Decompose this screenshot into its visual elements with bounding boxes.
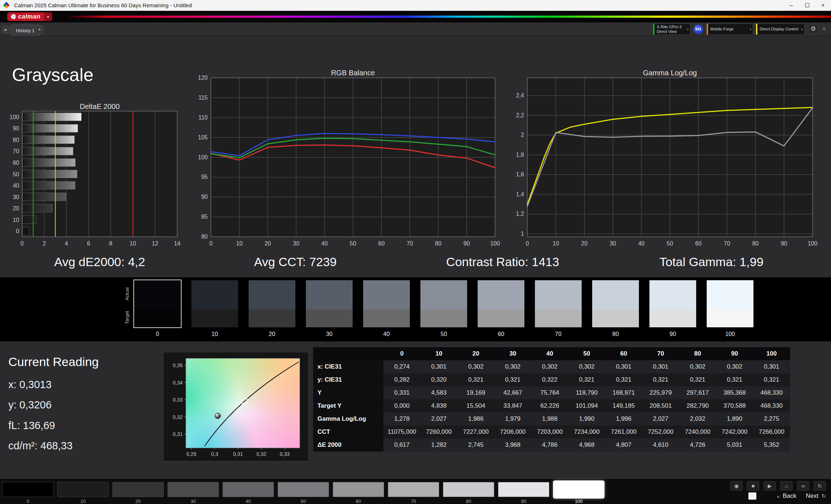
tab-bar: ▶ History 1 + X-Rite i1Pro 3 Direct View… <box>0 22 831 36</box>
next-button[interactable]: Next ↻ <box>806 492 826 500</box>
source-dropdown[interactable]: Mobile Forge ▾ <box>707 24 753 35</box>
svg-text:0,33: 0,33 <box>280 451 290 457</box>
patch-button-100[interactable] <box>553 480 604 499</box>
table-cell: 168,971 <box>605 386 642 399</box>
svg-text:90: 90 <box>781 240 787 247</box>
swatch-actual <box>420 280 467 310</box>
patch-button-label: 30 <box>167 499 219 504</box>
patch-button-60[interactable] <box>333 482 384 497</box>
table-cell: 0,322 <box>531 373 568 386</box>
svg-text:70: 70 <box>724 240 730 247</box>
table-row: Gamma Log/Log1,2782,0271,9861,9791,9881,… <box>313 412 790 425</box>
refresh-icon[interactable]: ↻ <box>814 481 826 491</box>
continuous-measure-icon[interactable]: ∞ <box>797 481 809 491</box>
svg-text:100: 100 <box>808 240 818 247</box>
display-control-dropdown[interactable]: Direct Display Control ▾ <box>756 24 805 35</box>
history-expand-button[interactable]: ▶ <box>2 26 10 33</box>
table-cell: 7261,000 <box>605 425 642 438</box>
patch-button-30[interactable] <box>167 482 219 497</box>
svg-text:1,4: 1,4 <box>516 191 524 197</box>
patch-button-90[interactable] <box>498 482 549 497</box>
table-cell: 1,890 <box>716 412 753 425</box>
table-cell: 101,094 <box>568 399 605 412</box>
swatch-actual <box>478 280 524 310</box>
table-cell: 4,807 <box>605 438 642 452</box>
table-cell: 0,301 <box>753 360 790 373</box>
table-cell: 0,321 <box>494 373 531 386</box>
avg-cct-stat: Avg CCT: 7239 <box>254 255 337 269</box>
table-col-header: 40 <box>531 347 568 360</box>
minimize-button[interactable]: – <box>783 0 799 10</box>
grayscale-swatch-0 <box>134 280 181 327</box>
patch-button-50[interactable] <box>278 482 329 497</box>
meter-dropdown[interactable]: X-Rite i1Pro 3 Direct View ▾ <box>653 24 690 35</box>
patch-button-10[interactable] <box>57 482 109 497</box>
table-cell: 4,583 <box>420 386 457 399</box>
table-cell: 0,302 <box>568 360 605 373</box>
table-cell: 0,302 <box>457 360 494 373</box>
calman-menu-button[interactable]: calman ▾ <box>7 12 52 21</box>
svg-text:105: 105 <box>198 134 208 140</box>
table-cell: 2,027 <box>420 412 457 425</box>
patch-button-40[interactable] <box>223 482 274 497</box>
svg-text:115: 115 <box>198 94 208 101</box>
svg-text:50: 50 <box>667 240 673 247</box>
grayscale-swatch-100 <box>707 280 753 327</box>
table-cell: 1,988 <box>531 412 568 425</box>
patch-button-20[interactable] <box>112 482 164 497</box>
swatch-label: 50 <box>420 331 467 337</box>
chevron-down-icon: ▾ <box>687 27 689 32</box>
patch-window-button[interactable] <box>748 492 756 500</box>
grayscale-swatch-60 <box>478 280 524 327</box>
table-cell: 0,321 <box>753 373 790 386</box>
swatch-target <box>535 310 582 327</box>
table-row-label: Y <box>313 386 383 399</box>
svg-text:2,4: 2,4 <box>516 92 524 98</box>
page-title: Grayscale <box>12 64 94 85</box>
table-cell: 19,169 <box>457 386 494 399</box>
add-tab-button[interactable]: + <box>36 25 43 34</box>
svg-text:1,2: 1,2 <box>516 211 524 217</box>
home-icon[interactable]: ⌂ <box>780 481 793 491</box>
close-button[interactable]: × <box>815 0 831 10</box>
cie-diagram: 0,290,30,310,320,330,310,320,330,340,35 <box>163 352 309 462</box>
table-row: Y0,3314,58319,16942,66775,764118,790168,… <box>313 386 790 399</box>
table-col-header: 100 <box>753 347 790 360</box>
swatch-target <box>191 310 238 327</box>
patch-button-0[interactable] <box>2 482 54 497</box>
gear-icon[interactable]: ⚙ <box>808 24 818 34</box>
patch-button-label: 40 <box>223 499 274 504</box>
calman-logo[interactable]: calman <box>7 12 44 21</box>
logo-bar: calman ▾ <box>0 11 831 22</box>
patch-button-80[interactable] <box>443 482 494 497</box>
back-button[interactable]: « Back <box>777 492 796 500</box>
table-row: CCT11075,0007260,0007227,0007206,0007203… <box>313 425 790 438</box>
table-cell: 1,996 <box>605 412 642 425</box>
display-control-label: Direct Display Control <box>760 27 798 31</box>
maximize-button[interactable] <box>799 0 815 10</box>
grayscale-swatch-80 <box>592 280 639 327</box>
table-cell: 7240,000 <box>679 425 716 438</box>
chevron-down-icon[interactable]: ▾ <box>44 12 52 21</box>
svg-text:90: 90 <box>464 240 470 247</box>
play-icon[interactable]: ▶ <box>764 481 776 491</box>
meter-status-badge: 641 <box>694 25 703 34</box>
table-cell: 1,986 <box>457 412 494 425</box>
grayscale-swatch-10 <box>191 280 238 327</box>
stop-icon[interactable]: ■ <box>747 481 759 491</box>
table-cell: 0,321 <box>605 373 642 386</box>
menu-icon[interactable]: ≡ <box>820 26 828 32</box>
table-cell: 5,352 <box>753 438 790 452</box>
grayscale-swatch-strip: Actual Target 0102030405060708090100 <box>0 277 831 341</box>
swatch-target <box>478 310 524 327</box>
swatch-actual <box>707 280 753 310</box>
svg-text:80: 80 <box>13 137 19 143</box>
swatch-actual <box>363 280 410 310</box>
swatch-actual <box>592 280 639 310</box>
table-col-header: 60 <box>605 347 642 360</box>
table-cell: 0,302 <box>494 360 531 373</box>
camera-icon[interactable]: ◉ <box>730 481 743 491</box>
patch-button-70[interactable] <box>388 482 439 497</box>
svg-text:20: 20 <box>13 205 19 211</box>
table-row-label: Gamma Log/Log <box>313 412 383 425</box>
